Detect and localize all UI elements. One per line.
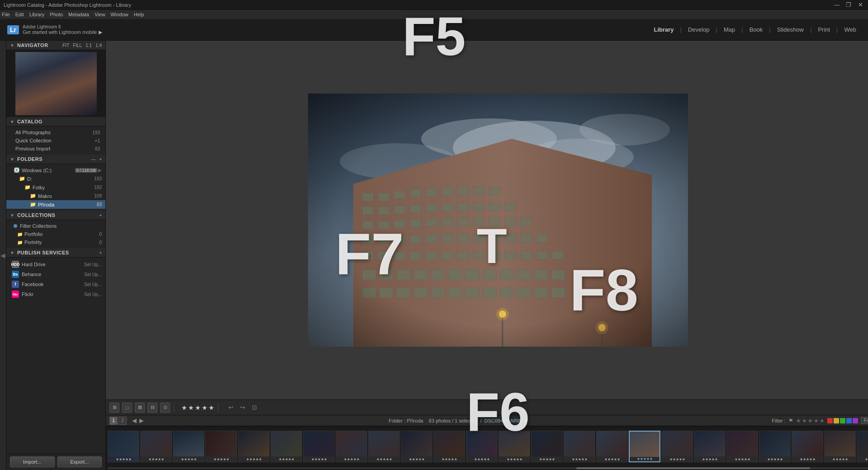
collection-portfolio[interactable]: 📁 Portfolio 0 (6, 230, 105, 238)
module-library[interactable]: Library (649, 24, 678, 35)
film-thumb-20[interactable]: ★★★★★ (726, 431, 758, 462)
service-hdd-setup[interactable]: Set Up... (84, 262, 102, 267)
service-fb-setup[interactable]: Set Up... (84, 282, 102, 287)
filmstrip-scrollbar-thumb[interactable] (576, 467, 811, 469)
navigator-header[interactable]: ▼ Navigator FIT FILL 1:1 1:4 (6, 41, 105, 50)
menu-help[interactable]: Help (134, 12, 144, 17)
catalog-previous-import[interactable]: Previous Import 83 (6, 145, 105, 153)
service-flickr[interactable]: flkr Flickr Set Up... (6, 289, 105, 299)
nav-1-1-btn[interactable]: 1:1 (85, 43, 92, 48)
film-thumb-5[interactable]: ★★★★★ (238, 431, 270, 462)
film-thumb-24[interactable]: ★★★★★ (857, 431, 868, 462)
star-1[interactable]: ★ (181, 404, 187, 411)
folders-header[interactable]: ▼ Folders — + (6, 155, 105, 164)
film-thumb-1[interactable]: ★★★★★ (108, 431, 139, 462)
file-name[interactable]: DSC09456.ARW ▼ (484, 418, 528, 423)
minimize-btn[interactable]: — (833, 1, 841, 8)
film-thumb-14[interactable]: ★★★★★ (531, 431, 563, 462)
menu-photo[interactable]: Photo (50, 12, 63, 17)
overlay-btn[interactable]: ⊡ (249, 403, 259, 413)
filter-collections[interactable]: Filter Collections (6, 222, 105, 230)
module-map[interactable]: Map (719, 24, 740, 35)
left-panel-collapse[interactable]: ◀ (0, 41, 6, 470)
filters-off-button[interactable]: Filters Off (861, 417, 868, 424)
menu-metadata[interactable]: Metadata (68, 12, 89, 17)
folder-d-drive[interactable]: 📁 D: 193 (6, 174, 105, 183)
filmstrip-scrollbar-track[interactable] (108, 467, 868, 469)
filter-star-1[interactable]: ★ (796, 418, 801, 424)
folder-priroda[interactable]: 📁 Příroda 83 (6, 200, 105, 209)
star-2[interactable]: ★ (188, 404, 194, 411)
collection-portrety[interactable]: 📁 Portréty 0 (6, 238, 105, 246)
filter-flag-icon[interactable]: ⚑ (788, 418, 793, 424)
color-flag-green[interactable] (840, 418, 845, 423)
undo-btn[interactable]: ↩ (226, 403, 236, 413)
maximize-btn[interactable]: ❐ (844, 1, 853, 8)
compare-view-btn[interactable]: ⊠ (135, 403, 145, 413)
film-thumb-15[interactable]: ★★★★★ (564, 431, 595, 462)
film-thumb-11[interactable]: ★★★★★ (433, 431, 465, 462)
collections-plus-btn[interactable]: + (99, 213, 102, 218)
navigator-thumbnail[interactable] (15, 52, 97, 115)
nav-fit-btn[interactable]: FIT (62, 43, 69, 48)
module-web[interactable]: Web (840, 24, 861, 35)
menu-edit[interactable]: Edit (15, 12, 24, 17)
module-print[interactable]: Print (813, 24, 835, 35)
color-flag-yellow[interactable] (834, 418, 839, 423)
folder-makro[interactable]: 📁 Makro 109 (6, 192, 105, 200)
module-develop[interactable]: Develop (683, 24, 714, 35)
next-arrow[interactable]: ▶ (138, 417, 145, 424)
film-thumb-19[interactable]: ★★★★★ (694, 431, 726, 462)
service-be-setup[interactable]: Set Up... (84, 272, 102, 277)
folders-minus-btn[interactable]: — (91, 157, 95, 162)
film-thumb-9[interactable]: ★★★★★ (368, 431, 400, 462)
publish-plus-btn[interactable]: + (99, 250, 102, 255)
survey-view-btn[interactable]: ⊟ (147, 403, 157, 413)
module-slideshow[interactable]: Slideshow (773, 24, 808, 35)
film-thumb-8[interactable]: ★★★★★ (336, 431, 367, 462)
film-thumb-7[interactable]: ★★★★★ (303, 431, 335, 462)
film-thumb-10[interactable]: ★★★★★ (401, 431, 432, 462)
import-button[interactable]: Import... (10, 456, 55, 467)
film-thumb-21[interactable]: ★★★★★ (759, 431, 791, 462)
nav-fill-btn[interactable]: FILL (73, 43, 82, 48)
film-thumb-2[interactable]: ★★★★★ (140, 431, 172, 462)
loupe-view-btn[interactable]: □ (122, 403, 132, 413)
catalog-quick-collection[interactable]: Quick Collection + 1 (6, 136, 105, 145)
collections-header[interactable]: ▼ Collections + (6, 211, 105, 220)
film-thumb-6[interactable]: ★★★★★ (270, 431, 302, 462)
lr-mobile-link[interactable]: Get started with Lightroom mobile ▶ (23, 29, 102, 35)
catalog-all-photos[interactable]: All Photographs 193 (6, 128, 105, 136)
view-mode-2[interactable]: 2 (119, 417, 127, 425)
catalog-header[interactable]: ▼ Catalog (6, 117, 105, 127)
publish-services-header[interactable]: ▼ Publish Services + (6, 248, 105, 258)
film-thumb-3[interactable]: ★★★★★ (173, 431, 204, 462)
prev-arrow[interactable]: ◀ (131, 417, 138, 424)
service-facebook[interactable]: f Facebook Set Up... (6, 279, 105, 289)
film-thumb-4[interactable]: ★★★★★ (205, 431, 237, 462)
film-thumb-17-selected[interactable]: ★★★★★ (629, 431, 660, 462)
film-thumb-23[interactable]: ★★★★★ (824, 431, 856, 462)
main-image-container[interactable]: F7 F8 T (106, 41, 868, 400)
menu-file[interactable]: File (2, 12, 10, 17)
star-5[interactable]: ★ (209, 404, 214, 411)
menu-library[interactable]: Library (29, 12, 45, 17)
film-thumb-12[interactable]: ★★★★★ (466, 431, 498, 462)
color-flag-blue[interactable] (846, 418, 852, 423)
filter-star-3[interactable]: ★ (808, 418, 813, 424)
close-btn[interactable]: ✕ (856, 1, 864, 8)
export-button[interactable]: Export... (57, 456, 102, 467)
redo-btn[interactable]: ↪ (237, 403, 247, 413)
module-book[interactable]: Book (745, 24, 768, 35)
film-thumb-16[interactable]: ★★★★★ (596, 431, 628, 462)
color-flag-purple[interactable] (853, 418, 858, 423)
service-hard-drive[interactable]: HDD Hard Drive Set Up... (6, 259, 105, 269)
film-thumb-22[interactable]: ★★★★★ (792, 431, 823, 462)
grid-view-btn[interactable]: ⊞ (109, 403, 119, 413)
filmstrip[interactable]: ★★★★★ ★★★★★ ★★★★★ ★★★★★ ★★★★★ ★★★★★ ★★★★… (106, 426, 868, 466)
folders-plus-btn[interactable]: + (99, 157, 102, 162)
filter-star-2[interactable]: ★ (802, 418, 807, 424)
filter-star-5[interactable]: ★ (820, 418, 825, 424)
menu-view[interactable]: View (95, 12, 105, 17)
service-flickr-setup[interactable]: Set Up... (84, 292, 102, 297)
